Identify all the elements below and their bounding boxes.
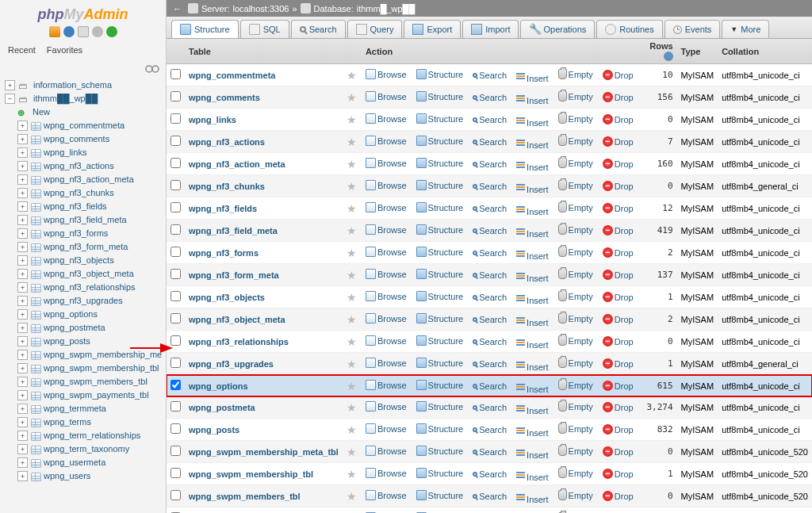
empty-link[interactable]: Empty [558,136,593,146]
table-name-link[interactable]: wpng_nf3_forms [189,248,259,258]
drop-link[interactable]: −Drop [603,381,634,391]
empty-link[interactable]: Empty [558,113,593,124]
table-label[interactable]: wpng_comments [44,133,109,145]
empty-link[interactable]: Empty [558,380,593,390]
sidebar-table-wpng_users[interactable]: +wpng_users [0,469,166,483]
search-link[interactable]: Search [473,381,507,391]
favorite-star-icon[interactable]: ★ [347,136,358,148]
search-link[interactable]: Search [473,425,507,435]
col-type[interactable]: Type [677,39,718,64]
browse-link[interactable]: Browse [366,335,407,346]
insert-link[interactable]: Insert [516,140,549,150]
expand-icon[interactable]: + [17,201,28,212]
browse-link[interactable]: Browse [366,380,407,390]
tab-export[interactable]: Export [404,20,461,38]
table-name-link[interactable]: wpng_nf3_upgrades [189,359,274,369]
favorite-star-icon[interactable]: ★ [347,335,358,348]
db-information-schema[interactable]: + information_schema [0,78,166,92]
search-link[interactable]: Search [473,204,507,213]
sidebar-table-wpng_commentmeta[interactable]: +wpng_commentmeta [0,119,166,132]
sidebar-table-wpng_posts[interactable]: +wpng_posts [0,335,166,348]
search-link[interactable]: Search [473,226,507,235]
empty-link[interactable]: Empty [558,224,593,235]
expand-icon[interactable]: + [17,134,28,144]
structure-link[interactable]: Structure [416,113,464,124]
col-rows[interactable]: Rows [639,39,677,64]
search-link[interactable]: Search [473,93,507,102]
insert-link[interactable]: Insert [516,362,549,372]
table-label[interactable]: wpng_termmeta [44,403,106,415]
empty-link[interactable]: Empty [558,69,593,79]
db-label[interactable]: information_schema [33,79,112,91]
table-name-link[interactable]: wpng_comments [189,93,260,102]
row-checkbox[interactable] [170,180,181,190]
docs-icon[interactable] [78,26,89,37]
drop-link[interactable]: −Drop [603,247,634,258]
table-label[interactable]: wpng_nf3_object_meta [44,268,134,280]
insert-link[interactable]: Insert [516,206,549,216]
browse-link[interactable]: Browse [366,136,407,146]
tab-events[interactable]: Events [665,20,721,38]
insert-link[interactable]: Insert [516,95,549,105]
expand-icon[interactable]: + [17,147,28,158]
expand-icon[interactable]: + [17,390,28,400]
favorite-star-icon[interactable]: ★ [347,358,358,370]
expand-icon[interactable]: + [17,282,28,293]
insert-link[interactable]: Insert [516,162,549,172]
table-name-link[interactable]: wpng_nf3_fields [189,204,257,213]
favorite-star-icon[interactable]: ★ [347,490,358,503]
structure-link[interactable]: Structure [416,423,464,434]
drop-link[interactable]: −Drop [603,203,634,213]
structure-link[interactable]: Structure [416,313,464,323]
drop-link[interactable]: −Drop [603,336,634,346]
db-label[interactable]: ithmm██_wp██ [33,93,98,105]
sidebar-table-wpng_comments[interactable]: +wpng_comments [0,132,166,146]
table-label[interactable]: wpng_swpm_membership_tbl [44,362,159,374]
drop-link[interactable]: −Drop [603,136,634,147]
search-link[interactable]: Search [473,115,507,124]
row-checkbox[interactable] [170,401,181,412]
favorite-star-icon[interactable]: ★ [347,468,358,480]
phpmyadmin-logo[interactable]: phpMyAdmin [0,6,166,23]
table-name-link[interactable]: wpng_nf3_field_meta [189,226,278,235]
table-label[interactable]: wpng_terms [44,416,91,428]
sidebar-table-wpng_nf3_forms[interactable]: +wpng_nf3_forms [0,227,166,240]
row-checkbox[interactable] [170,380,181,390]
tab-import[interactable]: Import [462,20,519,38]
empty-link[interactable]: Empty [558,401,593,412]
structure-link[interactable]: Structure [416,180,464,190]
drop-link[interactable]: −Drop [603,358,634,369]
favorite-star-icon[interactable]: ★ [347,446,358,458]
row-checkbox[interactable] [170,136,181,146]
empty-link[interactable]: Empty [558,158,593,168]
expand-icon[interactable]: + [17,255,28,266]
table-label[interactable]: wpng_commentmeta [44,120,124,132]
table-name-link[interactable]: wpng_nf3_objects [189,293,265,302]
home-icon[interactable] [49,26,60,37]
sidebar-table-wpng_nf3_fields[interactable]: +wpng_nf3_fields [0,200,166,213]
structure-link[interactable]: Structure [416,158,464,168]
structure-link[interactable]: Structure [416,69,464,79]
col-collation[interactable]: Collation [718,39,812,64]
search-link[interactable]: Search [473,359,507,369]
collapse-icon[interactable]: − [5,94,15,104]
sidebar-table-wpng_nf3_upgrades[interactable]: +wpng_nf3_upgrades [0,294,166,308]
info-icon[interactable] [664,52,673,61]
expand-icon[interactable]: + [17,161,28,171]
table-name-link[interactable]: wpng_swpm_members_tbl [189,492,301,501]
favorite-star-icon[interactable]: ★ [347,401,358,414]
drop-link[interactable]: −Drop [603,181,634,191]
table-name-link[interactable]: wpng_swpm_membership_tbl [189,469,313,479]
insert-link[interactable]: Insert [516,228,549,239]
drop-link[interactable]: −Drop [603,402,634,412]
row-checkbox[interactable] [170,269,181,279]
panel-collapse-icon[interactable]: ← [173,4,182,13]
browse-link[interactable]: Browse [366,490,407,500]
browse-link[interactable]: Browse [366,113,407,124]
sidebar-table-wpng_swpm_membership_me[interactable]: +wpng_swpm_membership_me [0,348,166,362]
insert-link[interactable]: Insert [516,73,549,83]
row-checkbox[interactable] [170,113,181,124]
structure-link[interactable]: Structure [416,401,464,412]
table-name-link[interactable]: wpng_nf3_actions [189,137,265,147]
row-checkbox[interactable] [170,423,181,434]
